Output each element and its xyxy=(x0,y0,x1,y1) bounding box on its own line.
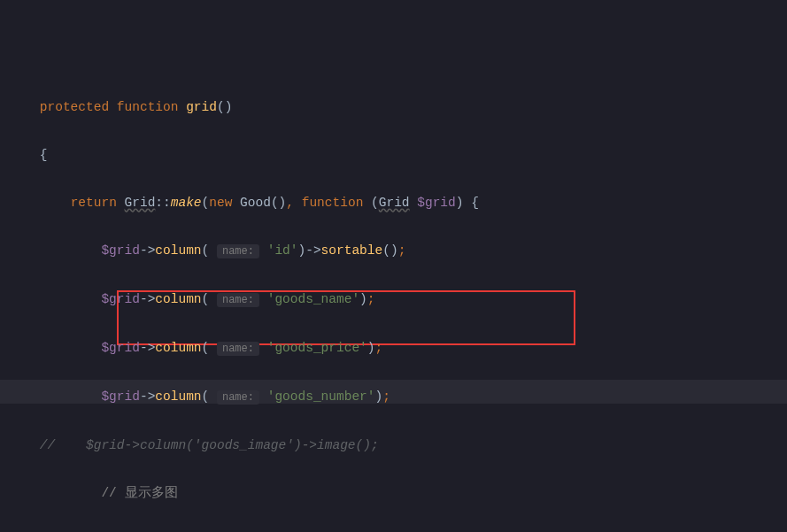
code-line: protected function grid() xyxy=(9,96,787,120)
code-line: // $grid->column('goods_image')->image()… xyxy=(9,434,787,458)
code-line: $grid->column( name: 'goods_name'); xyxy=(9,288,787,312)
code-line: // 显示多图 xyxy=(9,482,787,505)
code-line: $grid->column( name: 'id')->sortable(); xyxy=(9,239,787,264)
code-line: $grid->column( name: 'goods_number'); xyxy=(9,385,787,410)
code-line: return Grid::make(new Good(), function (… xyxy=(9,191,787,215)
code-editor[interactable]: / protected function grid() { return Gri… xyxy=(0,0,787,532)
code-line: $grid->column( name: 'goods_price'); xyxy=(9,336,787,361)
code-content: protected function grid() { return Grid:… xyxy=(9,72,787,532)
code-line: { xyxy=(9,143,787,167)
